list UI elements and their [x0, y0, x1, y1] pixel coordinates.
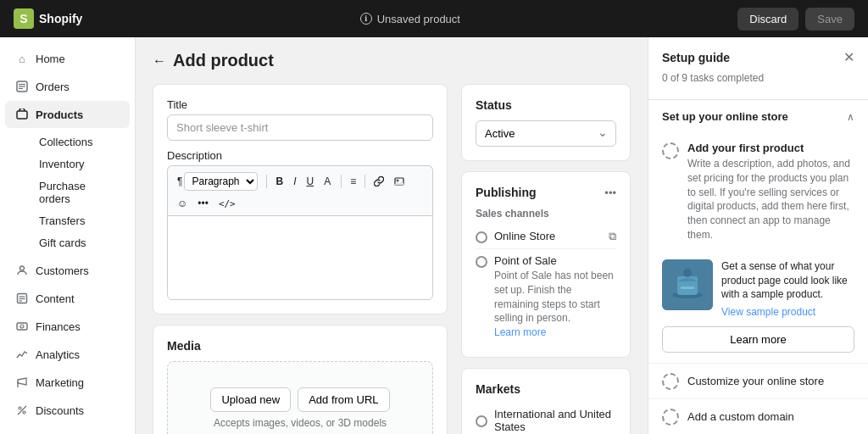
svg-point-15 — [23, 411, 25, 414]
sidebar-item-inventory[interactable]: Inventory — [29, 153, 130, 175]
rte-divider-2 — [341, 175, 342, 188]
title-input[interactable] — [167, 114, 433, 141]
status-select-wrapper: Active Draft — [476, 120, 616, 147]
customers-icon — [15, 264, 29, 277]
setup-item-first-product: Add your first product Write a descripti… — [648, 133, 868, 251]
sidebar-item-gift-cards[interactable]: Gift cards — [29, 232, 130, 253]
marketing-icon — [15, 376, 29, 389]
setup-simple-customize[interactable]: Customize your online store — [648, 363, 868, 398]
sidebar-item-purchase-orders[interactable]: Purchase orders — [29, 175, 130, 209]
rte-more-button[interactable]: ••• — [193, 195, 213, 212]
sidebar-item-customers[interactable]: Customers — [5, 257, 130, 284]
media-card: Media Upload new Add from URL Accepts im… — [153, 325, 448, 434]
media-hint-text: Accepts images, videos, or 3D models — [181, 417, 419, 429]
online-store-copy-icon[interactable]: ⧉ — [609, 230, 616, 243]
sidebar-item-transfers[interactable]: Transfers — [29, 210, 130, 231]
market-name: International and United States — [494, 408, 616, 433]
setup-learn-more-button[interactable]: Learn more — [662, 326, 854, 353]
rte-align-button[interactable]: ≡ — [346, 173, 360, 190]
gift-cards-label: Gift cards — [39, 236, 86, 249]
back-button[interactable]: ← — [153, 53, 166, 69]
svg-point-22 — [397, 180, 398, 181]
sidebar-item-content[interactable]: Content — [5, 285, 130, 312]
pos-desc: Point of Sale has not been set up. Finis… — [494, 269, 616, 326]
unsaved-label: Unsaved product — [377, 13, 460, 25]
setup-simple-domain[interactable]: Add a custom domain — [648, 398, 868, 434]
sidebar-item-marketing[interactable]: Marketing — [5, 369, 130, 396]
setup-product-preview-desc: Get a sense of what your product page co… — [721, 259, 854, 302]
view-sample-product-link[interactable]: View sample product — [721, 306, 815, 318]
rte-italic-button[interactable]: I — [289, 173, 300, 190]
pos-radio[interactable] — [476, 256, 487, 268]
sidebar-item-orders[interactable]: Orders — [5, 73, 130, 100]
svg-point-14 — [19, 407, 21, 409]
media-dropzone[interactable]: Upload new Add from URL Accepts images, … — [167, 361, 433, 434]
rte-emoji-button[interactable]: ☺ — [173, 195, 192, 212]
publishing-more-icon[interactable]: ••• — [604, 186, 616, 199]
market-radio[interactable] — [476, 415, 487, 427]
rte-underline-button[interactable]: U — [302, 173, 318, 190]
online-store-radio[interactable] — [476, 231, 487, 243]
sidebar-item-discounts[interactable]: Discounts — [5, 397, 130, 424]
topbar: S Shopify ℹ Unsaved product Discard Save — [0, 0, 868, 37]
products-icon — [15, 108, 29, 121]
sidebar-item-home[interactable]: ⌂ Home — [5, 45, 130, 72]
sidebar-item-analytics[interactable]: Analytics — [5, 341, 130, 368]
setup-guide-title: Setup guide — [662, 51, 730, 64]
topbar-center: ℹ Unsaved product — [360, 13, 460, 25]
svg-rect-10 — [17, 323, 27, 330]
pos-info: Point of Sale Point of Sale has not been… — [494, 254, 616, 338]
discounts-icon — [15, 403, 29, 417]
title-description-card: Title Description ¶ Paragraph — [153, 84, 448, 314]
analytics-icon — [15, 348, 29, 361]
sidebar-products-sub: Collections Inventory Purchase orders Tr… — [0, 129, 135, 256]
rte-paragraph-select[interactable]: Paragraph — [184, 172, 258, 191]
transfers-label: Transfers — [39, 214, 85, 227]
rte-description-area[interactable] — [167, 215, 433, 300]
rte-bold-button[interactable]: B — [271, 173, 287, 190]
setup-guide-panel: Setup guide ✕ 0 of 9 tasks completed Set… — [648, 37, 868, 434]
rte-color-button[interactable]: A — [320, 173, 337, 190]
markets-title: Markets — [476, 382, 616, 396]
setup-guide-header: Setup guide ✕ — [648, 37, 868, 72]
save-button[interactable]: Save — [805, 8, 854, 31]
rte-code-button[interactable]: </> — [214, 196, 240, 212]
customize-label: Customize your online store — [687, 375, 824, 387]
setup-section-header[interactable]: Set up your online store ∧ — [648, 100, 868, 133]
home-icon: ⌂ — [15, 52, 29, 65]
online-store-name: Online Store — [494, 230, 602, 242]
discard-button[interactable]: Discard — [737, 8, 798, 31]
content-icon — [15, 292, 29, 305]
customers-label: Customers — [36, 264, 89, 277]
pos-learn-more-link[interactable]: Learn more — [494, 326, 546, 338]
shopify-logo: S Shopify — [14, 8, 82, 29]
setup-item-circle — [662, 142, 679, 159]
page-header: ← Add product — [153, 51, 631, 70]
upload-new-button[interactable]: Upload new — [210, 387, 291, 412]
discounts-label: Discounts — [36, 404, 84, 417]
setup-guide-close-button[interactable]: ✕ — [843, 49, 854, 65]
sales-channels-section-label: Sales channels — [0, 425, 135, 434]
topbar-actions: Discard Save — [737, 8, 854, 31]
sidebar-nav: ⌂ Home Orders Products Collections — [0, 37, 135, 434]
sidebar-item-finances[interactable]: Finances — [5, 313, 130, 340]
media-title: Media — [167, 339, 433, 353]
setup-item-title: Add your first product — [687, 142, 854, 154]
rte-link-button[interactable] — [370, 174, 388, 189]
rte-image-button[interactable] — [390, 174, 409, 189]
topbar-left: S Shopify — [14, 8, 82, 29]
info-icon: ℹ — [360, 13, 372, 25]
svg-rect-27 — [681, 287, 694, 289]
domain-label: Add a custom domain — [687, 410, 794, 423]
publishing-card: Publishing ••• Sales channels Online Sto… — [461, 171, 631, 358]
rte-text-style[interactable]: ¶ Paragraph — [173, 170, 262, 193]
svg-rect-4 — [17, 111, 27, 119]
svg-point-5 — [20, 266, 25, 270]
status-title: Status — [476, 98, 616, 112]
shopify-wordmark: Shopify — [39, 12, 82, 25]
add-from-url-button[interactable]: Add from URL — [298, 387, 389, 412]
sidebar-item-products[interactable]: Products — [5, 101, 130, 128]
status-select[interactable]: Active Draft — [476, 120, 616, 147]
sidebar-item-collections[interactable]: Collections — [29, 131, 130, 153]
setup-section-chevron: ∧ — [847, 111, 854, 123]
